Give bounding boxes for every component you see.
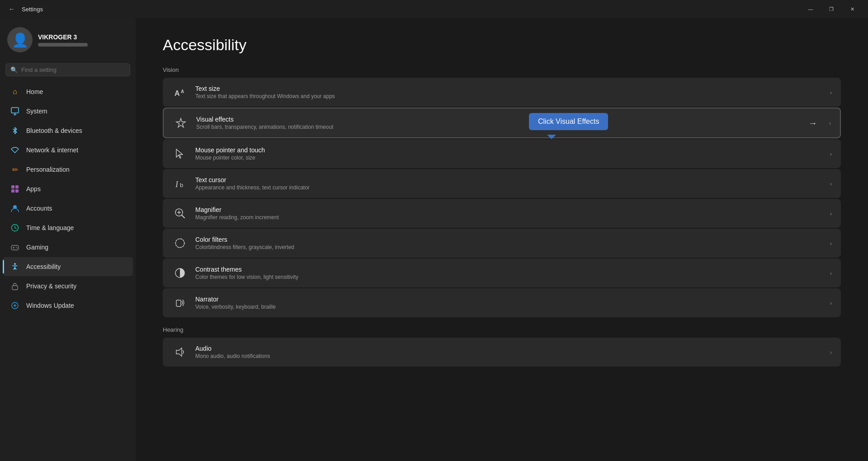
setting-name: Visual effects — [196, 116, 801, 123]
sidebar-item-home[interactable]: ⌂ Home — [3, 82, 133, 101]
setting-desc: Voice, verbosity, keyboard, braille — [195, 304, 823, 310]
setting-text-contrast-themes: Contrast themes Color themes for low vis… — [195, 266, 823, 280]
sidebar-item-update[interactable]: Windows Update — [3, 296, 133, 315]
svg-rect-9 — [11, 245, 19, 250]
sidebar-item-time[interactable]: Time & language — [3, 218, 133, 237]
sidebar-item-personalization[interactable]: ✏ Personalization — [3, 160, 133, 179]
search-input[interactable] — [21, 66, 125, 73]
setting-row-text-size[interactable]: A A Text size Text size that appears thr… — [163, 78, 841, 107]
search-box[interactable]: 🔍 — [5, 63, 130, 76]
page-title: Accessibility — [163, 36, 841, 54]
svg-rect-0 — [11, 108, 19, 113]
system-icon — [10, 106, 20, 116]
setting-name: Magnifier — [195, 206, 823, 213]
setting-row-mouse-pointer[interactable]: Mouse pointer and touch Mouse pointer co… — [163, 139, 841, 168]
chevron-icon: › — [830, 300, 832, 306]
audio-icon — [172, 344, 188, 360]
chevron-icon: › — [830, 89, 832, 96]
chevron-icon: › — [830, 151, 832, 157]
sidebar-item-accessibility[interactable]: Accessibility — [3, 257, 133, 276]
close-button[interactable]: ✕ — [842, 0, 863, 18]
profile-section[interactable]: 👤 VIKROGER 3 — [0, 18, 136, 61]
svg-line-21 — [182, 215, 184, 218]
app-body: 👤 VIKROGER 3 🔍 ⌂ Home — [0, 18, 868, 461]
svg-rect-26 — [176, 300, 181, 306]
setting-text-magnifier: Magnifier Magnifier reading, zoom increm… — [195, 206, 823, 221]
setting-name: Audio — [195, 345, 823, 352]
sidebar-item-privacy[interactable]: Privacy & security — [3, 277, 133, 296]
setting-text-text-cursor: Text cursor Appearance and thickness, te… — [195, 176, 823, 191]
hearing-settings-list: Audio Mono audio, audio notifications › — [163, 338, 841, 367]
sidebar-item-network[interactable]: Network & internet — [3, 141, 133, 160]
setting-desc: Text size that appears throughout Window… — [195, 93, 823, 99]
setting-text-text-size: Text size Text size that appears through… — [195, 85, 823, 99]
sidebar-nav: ⌂ Home System Bl — [0, 82, 136, 315]
svg-text:I: I — [175, 180, 179, 189]
chevron-icon: › — [830, 270, 832, 277]
personalization-icon: ✏ — [10, 165, 20, 174]
setting-row-audio[interactable]: Audio Mono audio, audio notifications › — [163, 338, 841, 367]
sidebar-item-apps[interactable]: Apps — [3, 179, 133, 198]
back-button[interactable]: ← — [5, 3, 18, 15]
setting-desc: Mono audio, audio notifications — [195, 353, 823, 359]
gaming-icon — [10, 242, 20, 252]
home-icon: ⌂ — [10, 87, 20, 97]
svg-point-14 — [14, 263, 16, 265]
sidebar-item-gaming[interactable]: Gaming — [3, 238, 133, 257]
text-cursor-icon: I b — [172, 175, 188, 192]
network-icon — [10, 145, 20, 155]
minimize-button[interactable]: — — [800, 0, 821, 18]
magnifier-icon — [172, 205, 188, 221]
setting-name: Color filters — [195, 236, 823, 243]
setting-text-narrator: Narrator Voice, verbosity, keyboard, bra… — [195, 296, 823, 310]
maximize-button[interactable]: ❐ — [821, 0, 842, 18]
setting-row-magnifier[interactable]: Magnifier Magnifier reading, zoom increm… — [163, 199, 841, 228]
color-filters-icon — [172, 235, 188, 251]
sidebar-item-label: Windows Update — [26, 302, 74, 309]
titlebar-title: Settings — [22, 6, 43, 13]
profile-name: VIKROGER 3 — [38, 33, 88, 41]
section-vision-label: Vision — [163, 66, 841, 73]
setting-name: Text size — [195, 85, 823, 92]
setting-row-narrator[interactable]: Narrator Voice, verbosity, keyboard, bra… — [163, 288, 841, 317]
svg-text:A: A — [181, 89, 184, 94]
privacy-icon — [10, 281, 20, 291]
titlebar-controls: — ❐ ✕ — [800, 0, 863, 18]
setting-desc: Color themes for low vision, light sensi… — [195, 274, 823, 280]
svg-rect-6 — [15, 189, 19, 193]
sidebar-item-label: Home — [26, 88, 43, 95]
sidebar-item-accounts[interactable]: Accounts — [3, 199, 133, 218]
profile-subtitle — [38, 43, 88, 47]
sidebar-item-label: Network & internet — [26, 146, 78, 154]
sidebar-item-label: Personalization — [26, 166, 70, 173]
svg-point-13 — [17, 248, 18, 249]
vision-settings-list: A A Text size Text size that appears thr… — [163, 78, 841, 317]
sidebar-item-system[interactable]: System — [3, 102, 133, 121]
search-icon: 🔍 — [10, 66, 18, 73]
sidebar-item-label: Accounts — [26, 205, 52, 212]
svg-text:b: b — [180, 182, 183, 188]
sidebar-item-label: Gaming — [26, 244, 48, 251]
profile-info: VIKROGER 3 — [38, 33, 88, 47]
svg-text:A: A — [175, 89, 180, 97]
svg-rect-4 — [15, 185, 19, 188]
titlebar: ← Settings — ❐ ✕ — [0, 0, 868, 18]
chevron-icon: › — [830, 240, 832, 247]
setting-name: Narrator — [195, 296, 823, 303]
setting-row-contrast-themes[interactable]: Contrast themes Color themes for low vis… — [163, 259, 841, 287]
sidebar-item-label: Accessibility — [26, 263, 61, 270]
titlebar-nav: ← Settings — [5, 3, 43, 15]
chevron-icon: › — [830, 180, 832, 187]
setting-row-text-cursor[interactable]: I b Text cursor Appearance and thickness… — [163, 169, 841, 198]
accounts-icon — [10, 203, 20, 213]
setting-desc: Scroll bars, transparency, animations, n… — [196, 124, 801, 130]
setting-row-color-filters[interactable]: Color filters Colorblindness filters, gr… — [163, 229, 841, 258]
svg-point-12 — [16, 247, 17, 248]
sidebar-item-label: Apps — [26, 185, 41, 193]
svg-rect-5 — [11, 189, 14, 193]
setting-row-visual-effects[interactable]: Visual effects Scroll bars, transparency… — [163, 108, 841, 138]
visual-effects-icon — [173, 115, 189, 131]
svg-rect-3 — [11, 185, 14, 188]
accessibility-icon — [10, 262, 20, 272]
sidebar-item-bluetooth[interactable]: Bluetooth & devices — [3, 121, 133, 140]
